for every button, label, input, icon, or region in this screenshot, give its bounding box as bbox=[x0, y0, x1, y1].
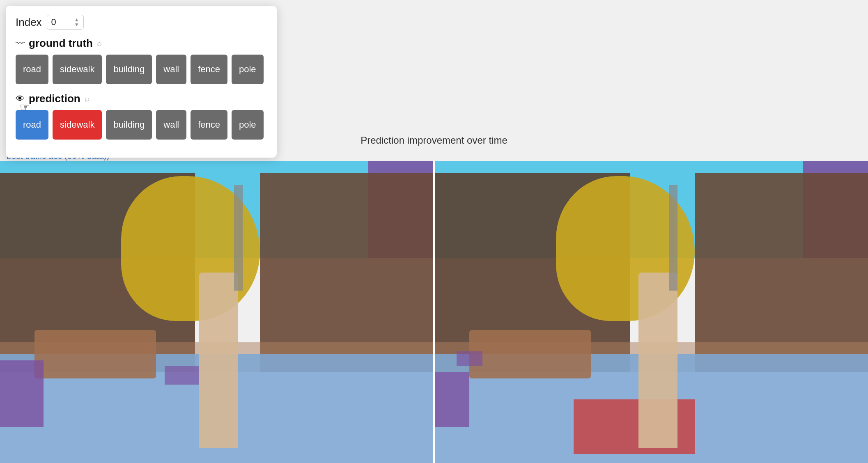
index-down-button[interactable]: ▼ bbox=[74, 22, 79, 27]
prediction-title: prediction bbox=[29, 92, 80, 105]
pred-tag-sidewalk[interactable]: sidewalk bbox=[53, 110, 102, 140]
purple-left-right bbox=[435, 372, 469, 426]
gt-tag-sidewalk[interactable]: sidewalk bbox=[53, 55, 102, 84]
purple-center-left bbox=[165, 366, 199, 384]
gt-tag-fence[interactable]: fence bbox=[191, 55, 227, 84]
traffic-pole-right bbox=[669, 185, 677, 291]
index-value: 0 bbox=[51, 17, 56, 28]
gt-tag-pole[interactable]: pole bbox=[232, 55, 264, 84]
ground-truth-tags: road sidewalk building wall fence pole t… bbox=[16, 55, 267, 84]
left-image-pane bbox=[0, 161, 433, 463]
gt-tag-building[interactable]: building bbox=[106, 55, 152, 84]
right-image-pane bbox=[435, 161, 868, 463]
images-row bbox=[0, 161, 868, 463]
index-row: Index 0 ▲ ▼ bbox=[16, 15, 267, 30]
ground-truth-icon: 〰 bbox=[16, 38, 25, 49]
prediction-search-button[interactable]: ⌕ bbox=[85, 94, 90, 103]
pred-tag-road[interactable]: road bbox=[16, 110, 48, 140]
traffic-pole-left bbox=[234, 185, 243, 291]
pred-tag-building[interactable]: building bbox=[106, 110, 152, 140]
index-arrows: ▲ ▼ bbox=[74, 17, 79, 27]
pred-tag-fence[interactable]: fence bbox=[191, 110, 227, 140]
ground-truth-search-button[interactable]: ⌕ bbox=[97, 39, 102, 48]
right-street-scene bbox=[435, 161, 868, 463]
left-street-scene bbox=[0, 161, 433, 463]
prediction-tags: road sidewalk building wall fence pole t… bbox=[16, 110, 267, 140]
car-left bbox=[34, 330, 156, 378]
prediction-header: 👁 prediction ⌕ bbox=[16, 92, 267, 105]
car-right bbox=[469, 330, 590, 378]
purple-left bbox=[0, 360, 44, 427]
ground-truth-header: 〰 ground truth ⌕ bbox=[16, 37, 267, 50]
settings-panel: Index 0 ▲ ▼ 〰 ground truth ⌕ road sidewa… bbox=[6, 6, 277, 158]
index-label: Index bbox=[16, 16, 42, 29]
prediction-icon: 👁 bbox=[16, 94, 25, 104]
person-right bbox=[638, 273, 677, 448]
improvement-title: Prediction improvement over time bbox=[361, 135, 507, 146]
pred-tag-pole[interactable]: pole bbox=[232, 110, 264, 140]
gt-tag-road[interactable]: road bbox=[16, 55, 48, 84]
ground-truth-title: ground truth bbox=[29, 37, 93, 50]
index-input-wrapper: 0 ▲ ▼ bbox=[47, 15, 84, 30]
gt-tag-wall[interactable]: wall bbox=[156, 55, 186, 84]
person-left bbox=[199, 273, 238, 448]
pred-tag-wall[interactable]: wall bbox=[156, 110, 186, 140]
purple-small-right bbox=[457, 351, 482, 367]
